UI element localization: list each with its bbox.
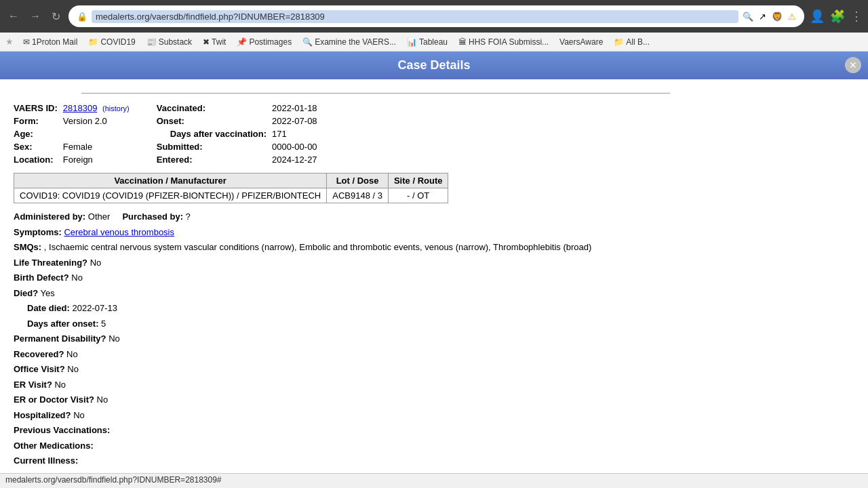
forward-button[interactable]: → (27, 7, 43, 25)
sex-value: Female (63, 140, 143, 153)
field-value: 5 (101, 319, 106, 329)
field-label: ER or Doctor Visit? (14, 394, 94, 405)
url-text[interactable]: medalerts.org/vaersdb/findfield.php?IDNU… (92, 10, 738, 23)
field-row: Recovered? No (14, 348, 854, 361)
bookmark-covid19[interactable]: 📁 COVID19 (84, 36, 139, 48)
bookmark-substack[interactable]: 📰 Substack (142, 36, 196, 48)
vaers-id-link[interactable]: 2818309 (63, 103, 98, 113)
field-row: Days after onset: 5 (27, 317, 854, 331)
browser-chrome: ← → ↻ 🔒 medalerts.org/vaersdb/findfield.… (0, 0, 868, 33)
bookmark-star-icon[interactable]: ★ (5, 37, 14, 47)
onset-value: 2022-07-08 (272, 115, 317, 127)
days-after-label: Days after vaccination: (143, 127, 272, 140)
substack-icon: 📰 (146, 37, 157, 47)
examine-vaers-icon: 🔍 (302, 37, 313, 47)
case-info-table: VAERS ID: 2818309 (history) Vaccinated: … (14, 102, 317, 166)
field-value: No (67, 364, 79, 374)
alert-icon[interactable]: ⚠ (788, 12, 796, 22)
smqs-label: SMQs: (14, 242, 41, 252)
browser-toolbar-icons: 🔍 ↗ 🦁 ⚠ (743, 12, 796, 22)
share-icon[interactable]: ↗ (759, 12, 766, 22)
bookmark-all[interactable]: 📁 All B... (610, 36, 654, 48)
vaers-id-label: VAERS ID: (14, 102, 63, 115)
site-route-col-header: Site / Route (388, 174, 448, 188)
entered-value: 2024-12-27 (272, 153, 317, 166)
onset-label: Onset: (143, 115, 272, 127)
field-label: Current Illness: (14, 455, 78, 466)
field-label: Recovered? (14, 349, 64, 359)
bookmarks-bar: ★ ✉ 1Proton Mail 📁 COVID19 📰 Substack ✖ … (0, 33, 868, 52)
covid19-folder-icon: 📁 (88, 37, 98, 47)
field-value: Yes (41, 288, 55, 298)
vaers-id-value: 2818309 (history) (63, 102, 143, 115)
form-value: Version 2.0 (63, 115, 143, 127)
field-value: No (108, 333, 120, 344)
address-bar: 🔒 medalerts.org/vaersdb/findfield.php?ID… (68, 5, 804, 27)
field-row: Current Illness: (14, 454, 854, 468)
lock-icon: 🔒 (77, 12, 87, 22)
field-value: No (90, 258, 102, 268)
symptoms-link[interactable]: Cerebral venous thrombosis (64, 227, 174, 237)
bookmark-vaersaware[interactable]: VaersAware (555, 36, 607, 48)
age-label: Age: (14, 127, 63, 140)
field-row: Other Medications: (14, 439, 854, 453)
age-value (63, 127, 143, 140)
field-row: ER or Doctor Visit? No (14, 393, 854, 407)
field-label: Office Visit? (14, 364, 65, 374)
bookmark-examine-vaers[interactable]: 🔍 Examine the VAERS... (298, 36, 400, 48)
vaccinated-value: 2022-01-18 (272, 102, 317, 115)
field-label: Permanent Disability? (14, 333, 106, 344)
close-button[interactable]: ✕ (845, 57, 861, 73)
lot-col-header: Lot / Dose (327, 174, 389, 188)
divider (81, 93, 670, 94)
bookmark-hhs[interactable]: 🏛 HHS FOIA Submissi... (454, 36, 553, 48)
field-label: Date died: (27, 303, 70, 313)
symptoms-row: Symptoms: Cerebral venous thrombosis (14, 226, 854, 239)
field-value: No (73, 410, 85, 420)
search-icon[interactable]: 🔍 (743, 12, 753, 22)
history-link[interactable]: (history) (102, 104, 130, 113)
extensions-icon[interactable]: 🧩 (830, 9, 845, 24)
field-label: Other Medications: (14, 441, 94, 451)
bookmark-postimages[interactable]: 📌 Postimages (233, 36, 296, 48)
postimages-icon: 📌 (237, 37, 247, 47)
field-label: ER Visit? (14, 380, 52, 390)
profile-icon[interactable]: 👤 (810, 9, 825, 24)
hhs-icon: 🏛 (458, 37, 467, 47)
vaers-id-row: VAERS ID: 2818309 (history) Vaccinated: … (14, 102, 317, 115)
field-value: 2022-07-13 (72, 303, 117, 313)
field-row: Birth Defect? No (14, 271, 854, 285)
menu-icon[interactable]: ⋮ (850, 9, 863, 24)
fields-container: Life Threatening? NoBirth Defect? NoDied… (14, 256, 854, 489)
vaccine-name-cell: COVID19: COVID19 (COVID19 (PFIZER-BIONTE… (14, 188, 327, 203)
vaccine-table: Vaccination / Manufacturer Lot / Dose Si… (14, 173, 448, 203)
all-bookmarks-icon: 📁 (614, 37, 624, 47)
days-after-value: 171 (272, 127, 317, 140)
smqs-row: SMQs: , Ischaemic central nervous system… (14, 241, 854, 254)
bookmark-proton-mail[interactable]: ✉ 1Proton Mail (19, 36, 81, 48)
submitted-label: Submitted: (143, 140, 272, 153)
proton-mail-icon: ✉ (23, 37, 30, 47)
page-title: Case Details (397, 58, 470, 72)
purchased-value: ? (186, 211, 191, 222)
brave-icon[interactable]: 🦁 (772, 12, 783, 22)
field-label: Previous Vaccinations: (14, 425, 110, 435)
case-details-section: VAERS ID: 2818309 (history) Vaccinated: … (0, 79, 868, 488)
administered-label: Administered by: (14, 211, 85, 222)
entered-label: Entered: (143, 153, 272, 166)
location-row: Location: Foreign Entered: 2024-12-27 (14, 153, 317, 166)
submitted-value: 0000-00-00 (272, 140, 317, 153)
location-value: Foreign (63, 153, 143, 166)
field-row: Date died: 2022-07-13 (27, 302, 854, 315)
bookmark-tableau[interactable]: 📊 Tableau (403, 36, 452, 48)
reload-button[interactable]: ↻ (49, 7, 63, 26)
purchased-label: Purchased by: (122, 211, 183, 222)
administered-row: Administered by: Other Purchased by: ? (14, 210, 854, 224)
bookmark-twitter[interactable]: ✖ Twit (199, 36, 230, 48)
administered-value: Other (88, 211, 111, 222)
sex-row: Sex: Female Submitted: 0000-00-00 (14, 140, 317, 153)
back-button[interactable]: ← (5, 7, 22, 25)
vaccinated-label: Vaccinated: (143, 102, 272, 115)
page-content: Case Details ✕ VAERS ID: 2818309 (histor… (0, 52, 868, 488)
field-value: No (54, 380, 66, 390)
